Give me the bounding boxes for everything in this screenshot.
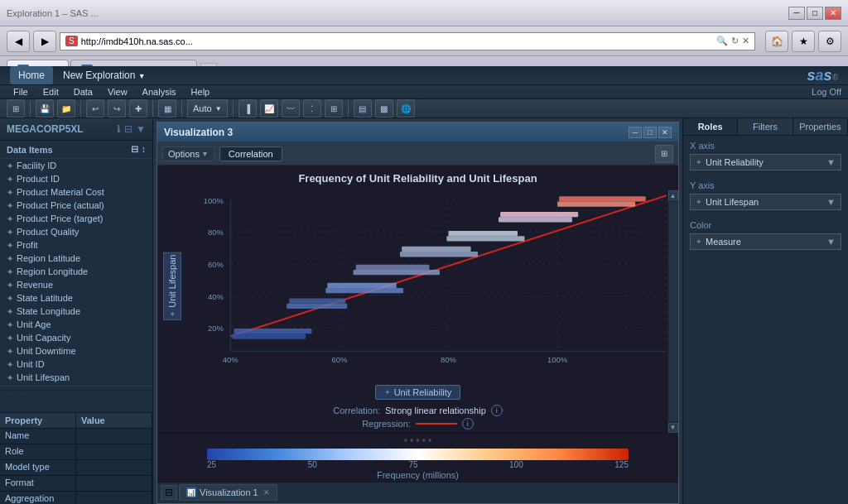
menu-analysis[interactable]: Analysis xyxy=(136,85,183,98)
correlation-tab[interactable]: Correlation xyxy=(219,146,282,161)
menu-data[interactable]: Data xyxy=(67,85,99,98)
viz-minimize-btn[interactable]: ─ xyxy=(629,127,642,138)
toolbar-bar-btn[interactable]: ▐ xyxy=(238,99,257,118)
toolbar-undo-btn[interactable]: ↩ xyxy=(86,99,104,118)
address-text: http://imdb410h.na.sas.co... xyxy=(81,36,193,46)
app-home-tab[interactable]: Home xyxy=(10,66,53,84)
sidebar-item-unit-lifespan[interactable]: ✦ Unit Lifespan xyxy=(0,371,152,384)
menu-edit[interactable]: Edit xyxy=(36,85,65,98)
region-latitude-icon: ✦ xyxy=(7,254,13,263)
sidebar-filter-icon[interactable]: ▼ xyxy=(136,123,146,135)
sidebar-item-state-longitude[interactable]: ✦ State Longitude xyxy=(0,305,152,318)
toolbar-wave-btn[interactable]: 〰 xyxy=(282,99,300,118)
sidebar-item-region-latitude[interactable]: ✦ Region Latitude xyxy=(0,252,152,265)
auto-dropdown[interactable]: Auto ▼ xyxy=(187,99,228,118)
address-bar[interactable]: S http://imdb410h.na.sas.co... 🔍 ↻ ✕ xyxy=(60,32,755,50)
sidebar-item-product-id[interactable]: ✦ Product ID xyxy=(0,172,152,185)
unit-capacity-icon: ✦ xyxy=(7,334,13,343)
viz-close-btn[interactable]: ✕ xyxy=(658,127,672,138)
forward-button[interactable]: ▶ xyxy=(33,31,56,52)
viz-grid-icon[interactable]: ⊞ xyxy=(655,145,673,163)
sidebar-item-region-longitude[interactable]: ✦ Region Longitude xyxy=(0,265,152,278)
settings-button[interactable]: ⚙ xyxy=(818,31,841,52)
correlation-info-icon[interactable]: i xyxy=(491,405,503,416)
sidebar-expand-icon[interactable]: ⊟ xyxy=(131,144,138,155)
correlation-row: Correlation: Strong linear relationship … xyxy=(333,405,503,416)
viz-restore-btn[interactable]: □ xyxy=(643,127,657,138)
product-id-icon: ✦ xyxy=(7,175,13,184)
sidebar-item-facility-id[interactable]: ✦ Facility ID xyxy=(0,159,152,172)
sidebar-layout-icon[interactable]: ⊟ xyxy=(124,123,132,135)
restore-button[interactable]: □ xyxy=(807,7,823,20)
sidebar-item-unit-age[interactable]: ✦ Unit Age xyxy=(0,318,152,331)
prop-role-value xyxy=(76,444,152,459)
sidebar-item-state-latitude[interactable]: ✦ State Latitude xyxy=(0,291,152,305)
correlation-value: Strong linear relationship xyxy=(385,406,486,415)
x-axis-section-label: X axis xyxy=(690,141,841,151)
toolbar-scatter-btn[interactable]: ⁚ xyxy=(303,99,321,118)
roles-tab[interactable]: Roles xyxy=(683,118,738,135)
menu-file[interactable]: File xyxy=(7,85,35,98)
sidebar-item-product-price-target[interactable]: ✦ Product Price (target) xyxy=(0,212,152,225)
menu-view[interactable]: View xyxy=(101,85,134,98)
bottom-viz-tab[interactable]: 📊 Visualization 1 ✕ xyxy=(179,484,277,501)
more-items-indicator: · · · · xyxy=(7,388,24,398)
freq-50: 50 xyxy=(308,460,317,469)
favorites-button[interactable]: ★ xyxy=(792,31,815,52)
sidebar-item-product-material-cost[interactable]: ✦ Product Material Cost xyxy=(0,185,152,199)
home-nav-button[interactable]: 🏠 xyxy=(765,31,788,52)
minimize-button[interactable]: ─ xyxy=(788,7,805,20)
options-dropdown[interactable]: Options ▼ xyxy=(162,146,214,161)
sidebar-item-revenue[interactable]: ✦ Revenue xyxy=(0,278,152,291)
color-dropdown[interactable]: ✦ Measure ▼ xyxy=(690,233,841,250)
y-axis-dropdown[interactable]: ✦ Unit Lifespan ▼ xyxy=(690,194,841,210)
x-axis-dropdown[interactable]: ✦ Unit Reliability ▼ xyxy=(690,154,841,170)
viz-list-icon[interactable]: ⊟ xyxy=(161,485,177,500)
color-section-label: Color xyxy=(690,220,841,230)
properties-tab[interactable]: Properties xyxy=(793,118,848,135)
freq-100: 100 xyxy=(509,460,523,469)
toolbar-grid-btn[interactable]: ⊞ xyxy=(7,99,25,118)
toolbar-layout-btn[interactable]: ▦ xyxy=(158,99,176,118)
toolbar-line-btn[interactable]: 📈 xyxy=(260,99,278,118)
toolbar-col-btn[interactable]: ▩ xyxy=(375,99,393,118)
sidebar-item-unit-capacity[interactable]: ✦ Unit Capacity xyxy=(0,331,152,344)
logoff-link[interactable]: Log Off xyxy=(812,87,841,97)
toolbar-sep-4 xyxy=(181,100,182,117)
back-button[interactable]: ◀ xyxy=(7,31,30,52)
unit-downtime-icon: ✦ xyxy=(7,347,13,356)
options-label: Options xyxy=(168,149,200,159)
x-axis-dropdown-icon: ✦ xyxy=(696,158,702,166)
toolbar-redo-btn[interactable]: ↪ xyxy=(108,99,126,118)
sidebar-item-profit[interactable]: ✦ Profit xyxy=(0,238,152,252)
toolbar-globe-btn[interactable]: 🌐 xyxy=(397,99,415,118)
toolbar-open-btn[interactable]: 📁 xyxy=(57,99,75,118)
new-exploration-tab[interactable]: New Exploration ▼ xyxy=(55,66,154,84)
toolbar-sep-5 xyxy=(233,100,234,117)
filters-tab[interactable]: Filters xyxy=(738,118,793,135)
toolbar-more-btn[interactable]: ⊞ xyxy=(325,99,343,118)
x-axis-btn[interactable]: ✦ Unit Reliability xyxy=(375,385,461,400)
toolbar-save-btn[interactable]: 💾 xyxy=(36,99,54,118)
x-axis-btn-label: Unit Reliability xyxy=(394,387,452,397)
sidebar-sort-icon[interactable]: ↕ xyxy=(142,144,147,155)
y-axis-section: Y axis ✦ Unit Lifespan ▼ xyxy=(683,175,848,215)
y-axis-label: ✦ Unit Lifespan xyxy=(164,191,181,382)
sidebar-item-unit-downtime[interactable]: ✦ Unit Downtime xyxy=(0,344,152,358)
scroll-down-btn[interactable]: ▼ xyxy=(668,423,678,433)
region-longitude-icon: ✦ xyxy=(7,267,13,276)
sidebar-item-product-quality[interactable]: ✦ Product Quality xyxy=(0,225,152,238)
properties-panel: Property Value Name Role Model type Form… xyxy=(0,412,152,504)
y-axis-dropdown-arrow: ▼ xyxy=(826,197,836,207)
profit-icon: ✦ xyxy=(7,241,13,250)
sidebar-item-unit-id[interactable]: ✦ Unit ID xyxy=(0,358,152,371)
info-icon[interactable]: ℹ xyxy=(117,123,121,135)
menu-help[interactable]: Help xyxy=(185,85,217,98)
toolbar-plus-btn[interactable]: ✚ xyxy=(129,99,147,118)
scroll-up-btn[interactable]: ▲ xyxy=(668,190,678,200)
close-button[interactable]: ✕ xyxy=(825,7,841,20)
svg-text:100%: 100% xyxy=(204,196,224,205)
regression-info-icon[interactable]: i xyxy=(462,418,474,430)
toolbar-table-btn[interactable]: ▤ xyxy=(354,99,372,118)
sidebar-item-product-price-actual[interactable]: ✦ Product Price (actual) xyxy=(0,199,152,212)
